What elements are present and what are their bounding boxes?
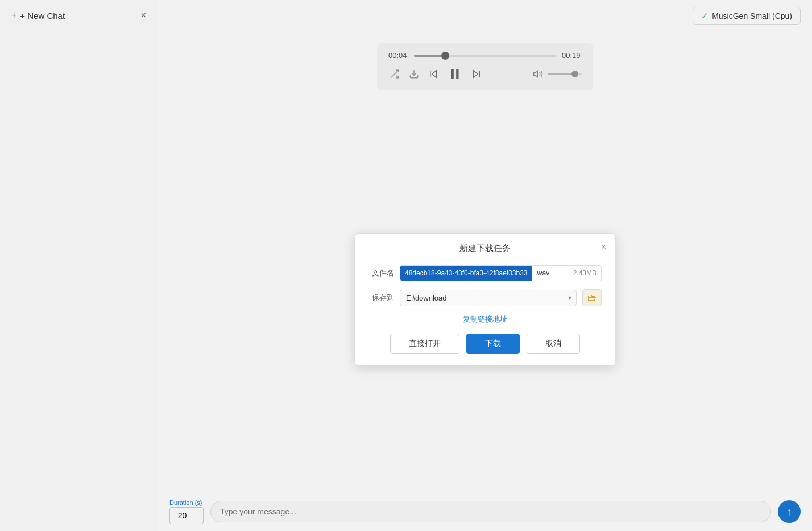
time-current: 00:04 — [388, 51, 408, 60]
check-icon: ✓ — [701, 11, 709, 21]
top-bar: ✓ MusicGen Small (Cpu) — [158, 0, 812, 32]
svg-marker-9 — [534, 71, 538, 77]
progress-thumb — [441, 52, 449, 60]
forward-button[interactable] — [470, 68, 483, 80]
saveto-wrap: ▾ — [400, 290, 577, 306]
saveto-row: 保存到 ▾ 🗁 — [368, 289, 602, 306]
volume-fill — [548, 73, 575, 75]
send-button[interactable]: ↑ — [778, 500, 801, 523]
rewind-button[interactable] — [427, 68, 440, 80]
copy-link-button[interactable]: 复制链接地址 — [368, 314, 602, 324]
dialog-title: 新建下载任务 — [459, 243, 511, 254]
download-dialog: 新建下载任务 × 文件名 48decb18-9a43-43f0-bfa3-42f… — [354, 233, 616, 366]
cancel-button[interactable]: 取消 — [527, 334, 580, 354]
folder-button[interactable]: 🗁 — [582, 289, 602, 306]
download-button-dialog[interactable]: 下载 — [466, 334, 520, 354]
dialog-close-button[interactable]: × — [601, 242, 606, 252]
svg-marker-7 — [474, 71, 478, 77]
send-icon: ↑ — [787, 506, 792, 518]
svg-marker-3 — [432, 71, 437, 77]
saveto-input[interactable] — [400, 290, 564, 306]
dialog-actions: 直接打开 下载 取消 — [368, 334, 602, 354]
volume-control — [532, 68, 582, 80]
filename-row: 文件名 48decb18-9a43-43f0-bfa3-42f8aef03b33… — [368, 265, 602, 281]
dialog-header: 新建下载任务 × — [355, 234, 615, 261]
plus-icon: + — [11, 10, 16, 20]
close-sidebar-button[interactable]: × — [141, 10, 146, 20]
main-content: ✓ MusicGen Small (Cpu) 00:04 00:19 — [158, 0, 812, 531]
player-controls-row — [388, 65, 582, 83]
open-directly-button[interactable]: 直接打开 — [390, 334, 459, 354]
download-button[interactable] — [408, 68, 420, 80]
volume-thumb — [571, 71, 578, 77]
pause-button[interactable] — [446, 65, 463, 83]
filename-selected[interactable]: 48decb18-9a43-43f0-bfa3-42f8aef03b33 — [400, 266, 532, 281]
new-chat-button[interactable]: + + New Chat × — [9, 7, 148, 24]
filename-input-wrap: 48decb18-9a43-43f0-bfa3-42f8aef03b33 .wa… — [400, 265, 602, 281]
model-badge: ✓ MusicGen Small (Cpu) — [693, 7, 801, 25]
volume-bar[interactable] — [548, 73, 582, 75]
bottom-bar: Duration (s) ↑ — [158, 492, 812, 531]
filename-ext: .wav — [532, 266, 553, 281]
progress-bar[interactable] — [414, 55, 556, 57]
player-time-row: 00:04 00:19 — [388, 51, 582, 60]
progress-fill — [414, 55, 445, 57]
saveto-label: 保存到 — [368, 293, 394, 303]
new-chat-label: + New Chat — [20, 11, 65, 20]
sidebar: + + New Chat × — [0, 0, 158, 531]
file-size: 2.43MB — [569, 269, 601, 277]
dialog-body: 文件名 48decb18-9a43-43f0-bfa3-42f8aef03b33… — [355, 261, 615, 365]
duration-group: Duration (s) — [169, 499, 204, 524]
model-name-label: MusicGen Small (Cpu) — [712, 11, 792, 20]
duration-label: Duration (s) — [169, 499, 204, 506]
volume-icon[interactable] — [532, 68, 544, 80]
time-total: 00:19 — [562, 51, 582, 60]
shuffle-button[interactable] — [388, 68, 401, 80]
audio-player: 00:04 00:19 — [377, 43, 593, 90]
svg-rect-5 — [451, 69, 454, 79]
svg-rect-6 — [456, 69, 458, 79]
message-input[interactable] — [210, 501, 771, 522]
filename-label: 文件名 — [368, 268, 394, 278]
duration-input[interactable] — [169, 507, 204, 524]
chevron-down-icon[interactable]: ▾ — [564, 290, 576, 305]
